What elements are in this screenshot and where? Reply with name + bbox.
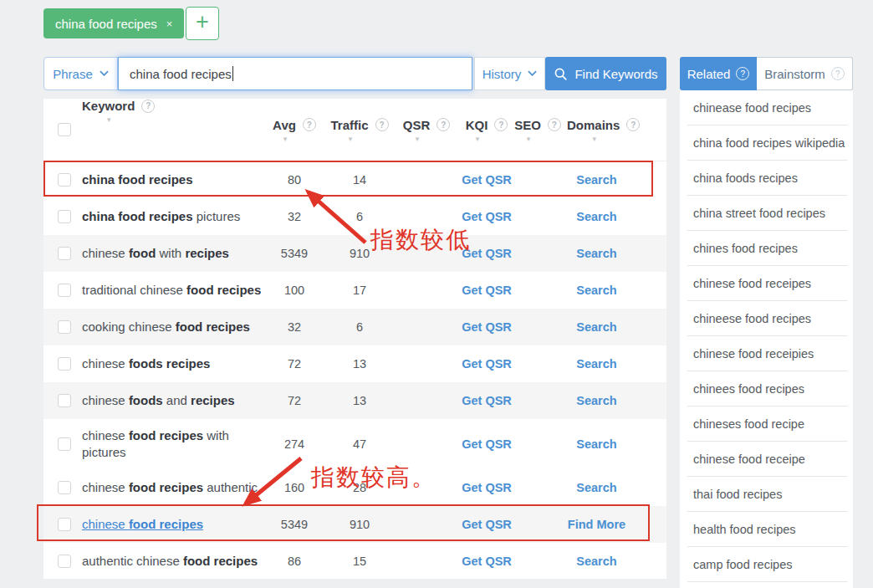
- related-keyword-item[interactable]: china food recipes wikipedia: [680, 125, 853, 161]
- column-header-qsr[interactable]: QSR?▾: [403, 99, 450, 161]
- row-checkbox[interactable]: [58, 247, 71, 260]
- get-qsr-link[interactable]: Get QSR: [462, 394, 512, 407]
- row-checkbox[interactable]: [58, 357, 71, 371]
- get-qsr-link[interactable]: Get QSR: [462, 481, 512, 494]
- keyword-segment: chinese: [82, 428, 129, 442]
- related-keyword-item[interactable]: chineese food recipes: [680, 301, 853, 336]
- chevron-down-icon: [100, 70, 109, 77]
- row-action-link[interactable]: Search: [576, 284, 616, 297]
- tab-brainstorm[interactable]: Brainstorm ?: [757, 57, 853, 90]
- column-header-kqi[interactable]: KQI?▾: [450, 99, 523, 161]
- table-row: traditional chinese food recipes 100 17 …: [43, 272, 666, 309]
- row-action-link[interactable]: Search: [576, 320, 616, 334]
- keyword-segment: chinese: [82, 517, 129, 531]
- help-icon[interactable]: ?: [736, 67, 749, 80]
- keyword-segment: chinese: [82, 480, 129, 494]
- seo-cell: [523, 506, 567, 543]
- help-icon[interactable]: ?: [626, 118, 640, 131]
- help-icon[interactable]: ?: [141, 100, 155, 113]
- get-qsr-link[interactable]: Get QSR: [462, 437, 512, 451]
- row-checkbox[interactable]: [58, 518, 71, 531]
- column-header-domains[interactable]: Domains?▾: [567, 99, 680, 161]
- related-keyword-item[interactable]: china foods recipes: [680, 161, 853, 196]
- history-select[interactable]: History: [474, 57, 545, 90]
- find-keywords-button[interactable]: Find Keywords: [545, 57, 666, 90]
- related-keyword-item[interactable]: chinees food recipes: [680, 371, 853, 406]
- sort-caret-icon: ▾: [476, 135, 480, 142]
- help-icon[interactable]: ?: [436, 118, 450, 131]
- tag-close-icon[interactable]: ×: [166, 18, 173, 30]
- add-keyword-button[interactable]: +: [186, 7, 219, 40]
- get-qsr-link[interactable]: Get QSR: [462, 518, 512, 531]
- row-action-link[interactable]: Search: [576, 555, 616, 568]
- traffic-value: 14: [316, 161, 403, 198]
- row-action-link[interactable]: Search: [576, 247, 616, 260]
- keyword-link[interactable]: chinese food recipes: [82, 516, 203, 533]
- table-row: china food recipes pictures 32 6 Get QSR…: [43, 198, 666, 235]
- related-keyword-item[interactable]: camp food recipes: [680, 547, 853, 582]
- row-checkbox[interactable]: [58, 437, 71, 451]
- column-label: QSR: [403, 118, 431, 132]
- keyword-segment: food: [129, 246, 156, 260]
- column-label: Keyword: [82, 99, 135, 113]
- column-header-seo[interactable]: SEO?▾: [523, 99, 567, 161]
- row-checkbox[interactable]: [58, 320, 71, 334]
- keyword-segment: food recipes: [129, 480, 203, 494]
- related-keyword-item[interactable]: thai food recipes: [680, 477, 853, 512]
- row-checkbox[interactable]: [58, 210, 71, 223]
- row-checkbox[interactable]: [58, 394, 71, 407]
- history-label: History: [482, 67, 522, 81]
- column-header-keyword[interactable]: Keyword?▾: [82, 99, 273, 161]
- row-checkbox[interactable]: [58, 481, 71, 494]
- keyword-cell: traditional chinese food recipes: [82, 282, 261, 299]
- tab-related-label: Related: [687, 67, 731, 81]
- row-checkbox[interactable]: [58, 173, 71, 187]
- related-keyword-item[interactable]: health food recipes: [680, 512, 853, 547]
- related-keyword-item[interactable]: chines food recipes: [680, 231, 853, 266]
- related-keyword-label: chines food recipes: [693, 242, 798, 255]
- row-checkbox[interactable]: [58, 284, 71, 297]
- get-qsr-link[interactable]: Get QSR: [462, 210, 512, 223]
- keyword-segment: food recipes: [186, 283, 261, 297]
- select-all-checkbox[interactable]: [58, 123, 71, 136]
- row-action-link[interactable]: Search: [576, 437, 616, 451]
- keyword-cell: chinese foods and recipes: [82, 392, 235, 409]
- table-row: chinese foods and recipes 72 13 Get QSR …: [43, 382, 666, 419]
- row-action-link[interactable]: Search: [576, 210, 616, 223]
- sort-caret-icon: ▾: [527, 135, 531, 142]
- text-cursor: [232, 66, 233, 81]
- help-icon[interactable]: ?: [548, 118, 561, 131]
- row-checkbox[interactable]: [58, 555, 71, 568]
- get-qsr-link[interactable]: Get QSR: [462, 357, 512, 371]
- traffic-value: 15: [316, 543, 403, 580]
- search-input[interactable]: china food recipes: [118, 57, 472, 90]
- row-action-link[interactable]: Search: [576, 394, 616, 407]
- keyword-segment: chinese: [82, 356, 129, 371]
- related-keyword-item[interactable]: chinease food recipes: [680, 90, 853, 125]
- keyword-tag[interactable]: china food recipes ×: [43, 8, 184, 38]
- match-type-select[interactable]: Phrase: [43, 57, 118, 90]
- related-keyword-item[interactable]: chineses food recipe: [680, 406, 853, 442]
- row-action-link[interactable]: Search: [576, 357, 616, 371]
- help-icon[interactable]: ?: [303, 118, 316, 131]
- row-action-link[interactable]: Search: [576, 173, 616, 187]
- row-action-link[interactable]: Search: [576, 481, 616, 494]
- help-icon[interactable]: ?: [494, 118, 508, 131]
- get-qsr-link[interactable]: Get QSR: [462, 284, 512, 297]
- get-qsr-link[interactable]: Get QSR: [462, 173, 512, 187]
- get-qsr-link[interactable]: Get QSR: [462, 320, 512, 334]
- help-icon[interactable]: ?: [375, 118, 389, 131]
- related-keyword-item[interactable]: chinese food receipe: [680, 442, 853, 477]
- get-qsr-link[interactable]: Get QSR: [462, 555, 512, 568]
- related-keyword-item[interactable]: china street food recipes: [680, 196, 853, 231]
- related-keyword-item[interactable]: chinese food receipes: [680, 266, 853, 301]
- row-action-link[interactable]: Find More: [568, 518, 625, 531]
- related-keyword-item[interactable]: chinese food receipies: [680, 336, 853, 371]
- help-icon[interactable]: ?: [831, 67, 845, 80]
- related-keyword-label: thai food recipes: [693, 488, 782, 501]
- column-header-avg[interactable]: Avg?▾: [273, 99, 316, 161]
- sort-caret-icon: ▾: [349, 135, 353, 142]
- column-header-traffic[interactable]: Traffic?▾: [316, 99, 403, 161]
- tab-related[interactable]: Related ?: [680, 57, 757, 90]
- related-keyword-label: chinese food receipes: [693, 277, 811, 290]
